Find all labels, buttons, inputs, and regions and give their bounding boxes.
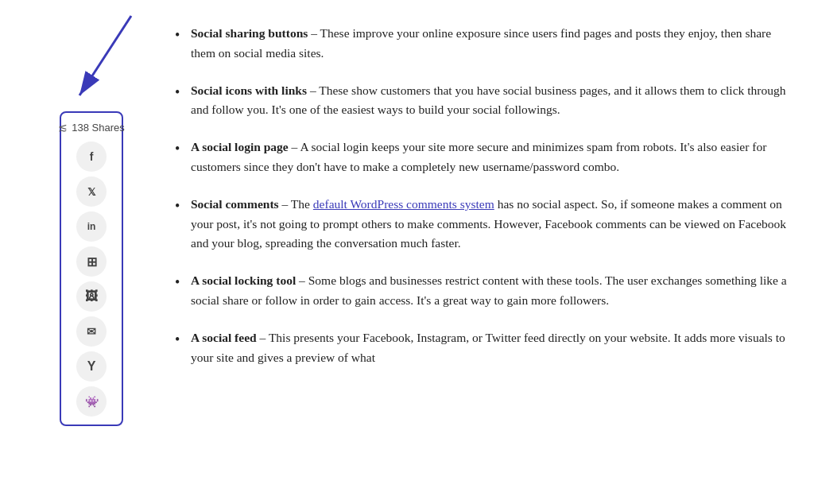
social-locking-bold: A social locking tool (191, 273, 296, 287)
social-feed-text: – This presents your Facebook, Instagram… (191, 331, 785, 364)
page-container: ≲ 138 Shares f 𝕏 in ⊞ 🖼 ✉ Y (24, 16, 790, 426)
social-comments-text-before: – The (279, 197, 313, 211)
twitter-share-button[interactable]: 𝕏 (76, 176, 107, 207)
social-comments-bold: Social comments (191, 197, 279, 211)
yummly-icon: Y (87, 359, 96, 374)
buffer-share-button[interactable]: ⊞ (76, 246, 107, 277)
share-widget: ≲ 138 Shares f 𝕏 in ⊞ 🖼 ✉ Y (60, 111, 123, 426)
yummly-share-button[interactable]: Y (76, 351, 107, 382)
share-count-label: 138 Shares (72, 122, 125, 134)
twitter-icon: 𝕏 (87, 186, 95, 198)
email-icon: ✉ (87, 325, 96, 338)
email-share-button[interactable]: ✉ (76, 316, 107, 347)
list-item-social-comments: Social comments – The default WordPress … (175, 195, 790, 254)
wordpress-comments-link[interactable]: default WordPress comments system (313, 197, 494, 211)
social-feed-bold: A social feed (191, 331, 257, 344)
social-sharing-buttons-bold: Social sharing buttons (191, 26, 308, 40)
buffer-icon: ⊞ (87, 254, 97, 269)
feature-list: Social sharing buttons – These improve y… (175, 24, 790, 367)
share-count-icon: ≲ (58, 121, 68, 134)
social-login-bold: A social login page (191, 140, 289, 153)
social-icons-bold: Social icons with links (191, 83, 307, 97)
list-item-social-icons: Social icons with links – These show cus… (175, 81, 790, 121)
reddit-icon: 👾 (85, 395, 99, 408)
sidebar: ≲ 138 Shares f 𝕏 in ⊞ 🖼 ✉ Y (24, 16, 159, 426)
list-item-social-login: A social login page – A social login kee… (175, 138, 790, 177)
instapaper-icon: 🖼 (85, 289, 98, 304)
reddit-share-button[interactable]: 👾 (76, 386, 107, 417)
facebook-icon: f (90, 150, 94, 163)
linkedin-icon: in (87, 221, 96, 232)
facebook-share-button[interactable]: f (76, 142, 107, 172)
list-item-social-sharing-buttons: Social sharing buttons – These improve y… (175, 24, 790, 64)
share-count: ≲ 138 Shares (58, 121, 125, 134)
list-item-social-feed: A social feed – This presents your Faceb… (175, 328, 790, 368)
content-area: Social sharing buttons – These improve y… (175, 16, 790, 426)
list-item-social-locking: A social locking tool – Some blogs and b… (175, 271, 790, 311)
linkedin-share-button[interactable]: in (76, 211, 107, 242)
instapaper-share-button[interactable]: 🖼 (76, 281, 107, 312)
